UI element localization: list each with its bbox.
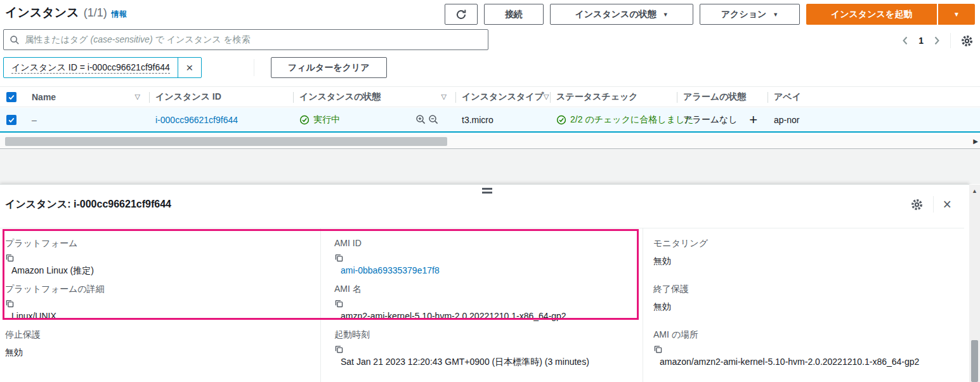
filter-chip-label: インスタンス ID = i-000cc96621cf9f644 bbox=[4, 62, 178, 74]
column-header-instance-id: インスタンス ID bbox=[149, 87, 293, 107]
filter-zoom-icons bbox=[415, 114, 439, 125]
checkbox-checked-icon bbox=[6, 115, 16, 125]
copy-icon[interactable] bbox=[653, 345, 953, 354]
field-monitoring: モニタリング 無効 bbox=[653, 237, 953, 282]
launch-instance-button[interactable]: インスタンスを起動 bbox=[806, 4, 937, 25]
field-termination-protection: 終了保護 無効 bbox=[653, 282, 953, 328]
instance-detail-panel: インスタンス: i-000cc96621cf9f644 × プラットフォーム A… bbox=[0, 184, 969, 382]
detail-column-2: AMI ID ami-0bba69335379e17f8 AMI 名 amzn2… bbox=[334, 228, 637, 374]
zoom-in-icon[interactable] bbox=[415, 114, 426, 125]
detail-column-1: プラットフォーム Amazon Linux (推定) プラットフォームの詳細 L… bbox=[5, 228, 315, 374]
table-header: Name ▽ インスタンス ID インスタンスの状態 ▽ インスタンスタイプ ▽… bbox=[0, 86, 980, 107]
split-panel-gap bbox=[0, 150, 980, 184]
copy-icon[interactable] bbox=[334, 299, 637, 308]
horizontal-scrollbar[interactable]: ▶ bbox=[0, 135, 980, 149]
page-header: インスタンス (1/1) 情報 bbox=[5, 4, 127, 21]
copy-icon[interactable] bbox=[334, 345, 637, 354]
chevron-down-icon: ▼ bbox=[773, 11, 778, 18]
sort-icon[interactable]: ▽ bbox=[441, 93, 447, 101]
actions-dropdown[interactable]: アクション ▼ bbox=[700, 4, 800, 25]
cell-name: – bbox=[32, 115, 37, 125]
row-checkbox[interactable] bbox=[0, 108, 25, 131]
info-link[interactable]: 情報 bbox=[112, 9, 127, 20]
divider bbox=[643, 228, 643, 382]
divider bbox=[320, 228, 321, 382]
detail-panel-actions: × bbox=[910, 196, 951, 213]
status-check-badge: 2/2 のチェックに合格しました bbox=[556, 114, 694, 126]
close-icon: × bbox=[186, 61, 193, 75]
connect-button[interactable]: 接続 bbox=[484, 4, 544, 25]
vertical-scrollbar-thumb[interactable] bbox=[971, 340, 978, 382]
detail-column-3: モニタリング 無効 終了保護 無効 AMI の場所 amazon/amzn2-a… bbox=[653, 228, 953, 374]
detail-panel-title: インスタンス: i-000cc96621cf9f644 bbox=[5, 198, 171, 211]
scroll-right-icon[interactable]: ▶ bbox=[973, 138, 978, 145]
column-header-alarm-status: アラームの状態 bbox=[677, 87, 768, 107]
next-page-button[interactable] bbox=[933, 36, 941, 46]
divider bbox=[950, 33, 951, 48]
divider bbox=[933, 196, 934, 213]
select-all-checkbox[interactable] bbox=[0, 87, 25, 107]
table-row[interactable]: – i-000cc96621cf9f644 実行中 bbox=[0, 108, 980, 133]
checkbox-checked-icon bbox=[6, 92, 16, 102]
zoom-out-icon[interactable] bbox=[428, 114, 439, 125]
check-circle-icon bbox=[299, 115, 310, 125]
launch-instance-split-button: インスタンスを起動 ▼ bbox=[806, 4, 975, 25]
sort-icon[interactable]: ▽ bbox=[135, 93, 140, 101]
current-page[interactable]: 1 bbox=[918, 36, 924, 46]
check-circle-icon bbox=[556, 115, 566, 125]
refresh-icon bbox=[455, 9, 467, 20]
field-launch-time: 起動時刻 Sat Jan 21 2023 12:20:43 GMT+0900 (… bbox=[334, 328, 637, 374]
close-icon[interactable]: × bbox=[943, 197, 951, 212]
scroll-up-icon[interactable]: ▲ bbox=[972, 188, 977, 194]
search-placeholder: 属性またはタグ (case-sensitive) で インスタンス を検索 bbox=[25, 34, 251, 46]
cell-availability-zone: ap-nor bbox=[774, 115, 799, 125]
prev-page-button[interactable] bbox=[901, 36, 909, 46]
copy-icon[interactable] bbox=[5, 253, 315, 263]
column-header-instance-type[interactable]: インスタンスタイプ ▽ bbox=[455, 87, 550, 107]
cell-alarm-status: アラームなし bbox=[683, 114, 738, 126]
horizontal-scrollbar-thumb[interactable] bbox=[5, 137, 447, 146]
ami-id-link[interactable]: ami-0bba69335379e17f8 bbox=[341, 265, 440, 275]
field-ami-location: AMI の場所 amazon/amzn2-ami-kernel-5.10-hvm… bbox=[653, 328, 953, 374]
instance-id-link[interactable]: i-000cc96621cf9f644 bbox=[155, 115, 238, 125]
chevron-down-icon: ▼ bbox=[953, 11, 960, 18]
launch-instance-caret[interactable]: ▼ bbox=[938, 4, 975, 25]
search-input[interactable]: 属性またはタグ (case-sensitive) で インスタンス を検索 bbox=[3, 29, 488, 50]
panel-resize-handle[interactable] bbox=[482, 188, 492, 195]
instance-state-dropdown[interactable]: インスタンスの状態 ▼ bbox=[550, 4, 693, 25]
remove-filter-button[interactable]: × bbox=[178, 58, 201, 77]
field-platform-details: プラットフォームの詳細 Linux/UNIX bbox=[5, 282, 315, 328]
copy-icon[interactable] bbox=[5, 299, 315, 308]
refresh-button[interactable] bbox=[445, 4, 478, 25]
field-platform: プラットフォーム Amazon Linux (推定) bbox=[5, 237, 315, 282]
column-header-name[interactable]: Name ▽ bbox=[25, 87, 149, 107]
cell-instance-type: t3.micro bbox=[462, 115, 493, 125]
chevron-down-icon: ▼ bbox=[663, 11, 669, 18]
instance-count: (1/1) bbox=[84, 6, 107, 20]
field-ami-name: AMI 名 amzn2-ami-kernel-5.10-hvm-2.0.2022… bbox=[334, 282, 637, 328]
filter-chip[interactable]: インスタンス ID = i-000cc96621cf9f644 × bbox=[3, 57, 202, 78]
column-header-availability-zone: アベイ bbox=[768, 87, 980, 107]
copy-icon[interactable] bbox=[334, 253, 637, 263]
column-header-status-check: ステータスチェック bbox=[550, 87, 677, 107]
instance-state-badge: 実行中 bbox=[299, 114, 340, 126]
pagination: 1 bbox=[901, 30, 974, 51]
clear-filters-button[interactable]: フィルターをクリア bbox=[271, 57, 387, 78]
field-ami-id: AMI ID ami-0bba69335379e17f8 bbox=[334, 237, 637, 282]
search-icon bbox=[10, 35, 20, 45]
preferences-gear-icon[interactable] bbox=[960, 34, 974, 48]
sort-icon[interactable]: ▽ bbox=[544, 93, 549, 101]
ec2-console: インスタンス (1/1) 情報 接続 インスタンスの状態 ▼ アクション ▼ イ… bbox=[0, 0, 980, 382]
toolbar-buttons: 接続 インスタンスの状態 ▼ アクション ▼ インスタンスを起動 ▼ bbox=[445, 4, 975, 25]
field-stop-protection: 停止保護 無効 bbox=[5, 328, 315, 374]
preferences-gear-icon[interactable] bbox=[910, 198, 924, 211]
page-title: インスタンス bbox=[5, 4, 79, 21]
add-alarm-plus-icon[interactable]: + bbox=[749, 113, 757, 127]
divider bbox=[254, 59, 254, 76]
vertical-scrollbar[interactable]: ▲ bbox=[969, 185, 980, 382]
column-header-instance-state[interactable]: インスタンスの状態 ▽ bbox=[293, 87, 455, 107]
